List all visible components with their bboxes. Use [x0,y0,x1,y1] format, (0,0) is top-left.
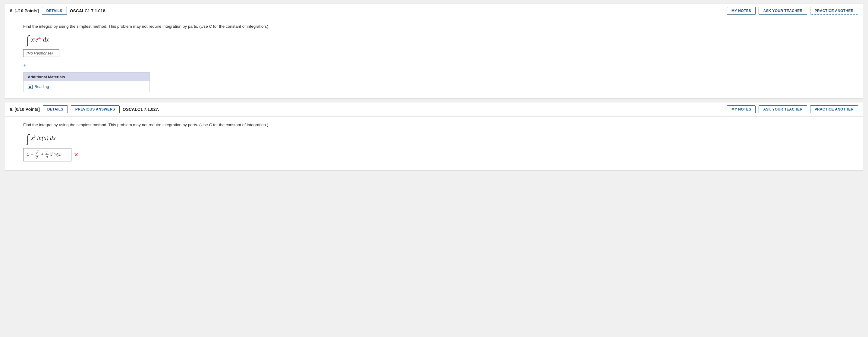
problem-8-card: 8. [-/10 Points] DETAILS OSCALC1 7.1.018… [5,4,863,99]
problem-8-id: OSCALC1 7.1.018. [70,8,106,13]
reading-icon-8 [28,85,33,89]
fraction-1-9: 1 9 [45,150,49,159]
practice-another-button-8[interactable]: PRACTICE ANOTHER [810,7,858,15]
problem-8-instruction: Find the integral by using the simplest … [23,24,848,30]
fraction-x7: x7 7 [35,150,39,160]
math-expr-9: x6 ln(x) dx [31,135,56,141]
problem-9-header: 9. [0/10 Points] DETAILS PREVIOUS ANSWER… [5,102,863,116]
answer-content-9: C − x7 7 + 1 9 x9ln(x) [27,152,61,157]
wrong-icon-9: ✕ [74,151,79,158]
problem-9-card: 9. [0/10 Points] DETAILS PREVIOUS ANSWER… [5,102,863,171]
problem-9-instruction: Find the integral by using the simplest … [23,122,848,128]
reading-link-8[interactable]: Reading [28,84,145,89]
my-notes-button-9[interactable]: MY NOTES [727,105,755,113]
problem-9-math: ∫ x6 ln(x) dx [26,133,848,144]
ask-teacher-button-9[interactable]: ASK YOUR TEACHER [758,105,807,113]
additional-materials-body-8: Reading [24,81,150,92]
problem-9-body: Find the integral by using the simplest … [5,116,863,170]
problem-9-id: OSCALC1 7.1.027. [123,107,159,112]
additional-materials-header-8: Additional Materials [24,73,150,81]
answer-row-9: C − x7 7 + 1 9 x9ln(x) ✕ [23,148,848,162]
ask-teacher-button-8[interactable]: ASK YOUR TEACHER [758,7,807,15]
expand-icon-8[interactable]: + [23,62,27,69]
math-expr-8: x2e4x dx [31,36,49,43]
problem-9-number: 9. [0/10 Points] [10,107,40,112]
response-box-8[interactable]: (No Response) [23,49,59,57]
integral-symbol-9: ∫ [26,133,29,144]
problem-8-math: ∫ x2e4x dx [26,34,848,45]
details-button-9[interactable]: DETAILS [43,105,68,113]
details-button-8[interactable]: DETAILS [42,7,67,15]
answer-box-9[interactable]: C − x7 7 + 1 9 x9ln(x) [23,148,71,162]
practice-another-button-9[interactable]: PRACTICE ANOTHER [810,105,858,113]
integral-symbol-8: ∫ [26,34,29,45]
problem-8-body: Find the integral by using the simplest … [5,18,863,98]
problem-8-number: 8. [-/10 Points] [10,8,39,13]
additional-materials-8: Additional Materials Reading [23,72,150,92]
my-notes-button-8[interactable]: MY NOTES [727,7,755,15]
problem-8-header: 8. [-/10 Points] DETAILS OSCALC1 7.1.018… [5,4,863,18]
previous-answers-button-9[interactable]: PREVIOUS ANSWERS [71,105,120,113]
